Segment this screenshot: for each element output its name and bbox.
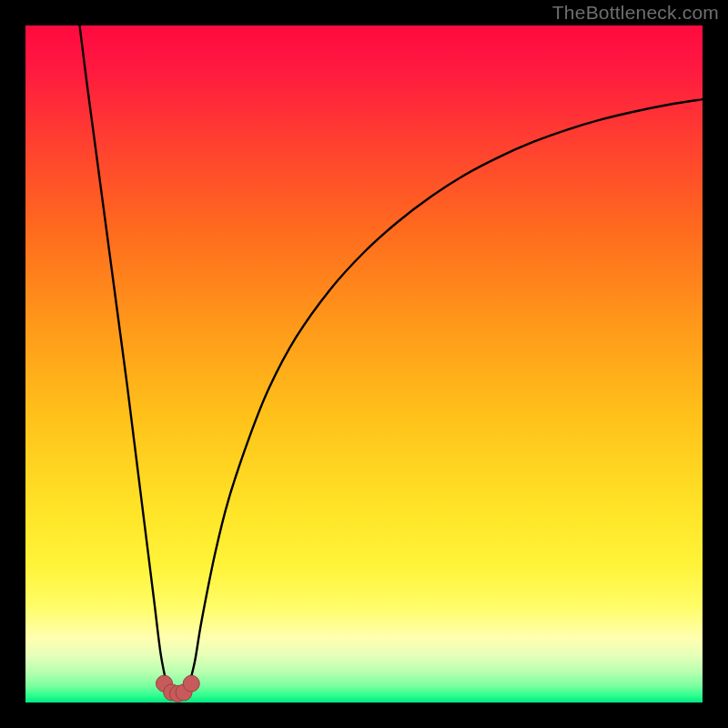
- dip-marker-dot: [183, 675, 199, 692]
- watermark-text: TheBottleneck.com: [552, 2, 719, 24]
- plot-area: [25, 25, 703, 703]
- gradient-background: [25, 25, 703, 703]
- chart-frame: TheBottleneck.com: [0, 0, 728, 728]
- plot-svg: [25, 25, 703, 703]
